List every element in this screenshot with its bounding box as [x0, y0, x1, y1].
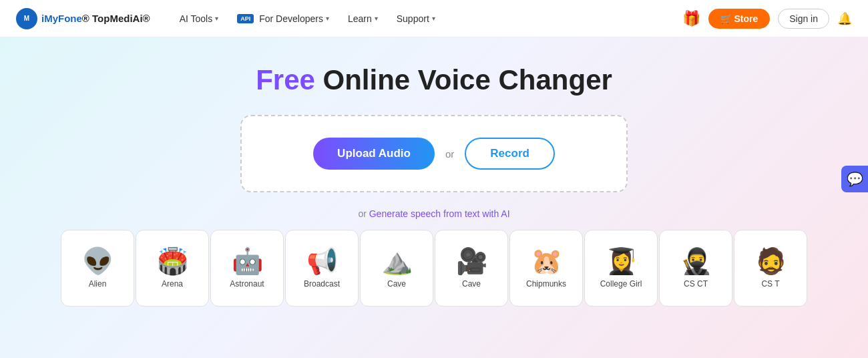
- voice-icon: 🧔: [755, 248, 787, 274]
- upload-box: Upload Audio or Record: [240, 115, 628, 192]
- voice-icon: 🤖: [232, 248, 263, 274]
- voice-icon: ⛰️: [381, 248, 413, 274]
- voice-label: Broadcast: [304, 279, 340, 289]
- chevron-icon: ▾: [326, 15, 329, 22]
- voice-card[interactable]: 🏟️Arena: [136, 230, 209, 307]
- or-label: or: [445, 148, 454, 160]
- voice-card[interactable]: 👽Alien: [61, 230, 134, 307]
- voice-label: College Girl: [600, 279, 642, 289]
- main-nav: AI Tools ▾ API For Developers ▾ Learn ▾ …: [172, 9, 682, 28]
- chevron-icon: ▾: [432, 15, 435, 22]
- header: M iMyFone® TopMediAi® AI Tools ▾ API For…: [0, 0, 868, 37]
- voice-card[interactable]: 📢Broadcast: [285, 230, 359, 307]
- chevron-icon: ▾: [375, 15, 378, 22]
- voice-label: Arena: [162, 279, 183, 289]
- signin-button[interactable]: Sign in: [778, 9, 829, 29]
- gift-icon[interactable]: 🎁: [682, 10, 700, 27]
- voice-label: CS T: [761, 279, 779, 289]
- voice-icon: 👩‍🎓: [606, 248, 637, 274]
- voice-label: CS CT: [684, 279, 708, 289]
- voice-card[interactable]: 🥷CS CT: [659, 230, 732, 307]
- voice-card[interactable]: 🎥Cave: [435, 230, 508, 307]
- chevron-icon: ▾: [215, 15, 218, 22]
- record-button[interactable]: Record: [465, 138, 555, 170]
- upload-audio-button[interactable]: Upload Audio: [313, 138, 435, 170]
- store-button[interactable]: 🛒 Store: [708, 9, 771, 29]
- generate-link-row: or Generate speech from text with AI: [358, 208, 509, 219]
- voice-label: Astronaut: [230, 279, 264, 289]
- generate-speech-link[interactable]: Generate speech from text with AI: [369, 208, 510, 219]
- logo-area[interactable]: M iMyFone® TopMediAi®: [16, 8, 150, 29]
- voice-card[interactable]: 👩‍🎓College Girl: [584, 230, 658, 307]
- voice-card[interactable]: 🧔CS T: [734, 230, 807, 307]
- voice-icon: 🏟️: [157, 248, 188, 274]
- main-content: Free Online Voice Changer Upload Audio o…: [0, 37, 868, 358]
- nav-support[interactable]: Support ▾: [389, 9, 443, 28]
- bell-icon[interactable]: 🔔: [837, 11, 852, 26]
- voice-label: Chipmunks: [526, 279, 566, 289]
- voice-icon: 🥷: [680, 248, 712, 274]
- voice-icon: 🐹: [531, 248, 562, 274]
- logo-text: iMyFone® TopMediAi®: [41, 13, 150, 24]
- voice-icon: 🎥: [456, 248, 487, 274]
- voice-icon: 👽: [82, 248, 114, 274]
- voice-card[interactable]: ⛰️Cave: [360, 230, 433, 307]
- hero-title: Free Online Voice Changer: [256, 64, 612, 96]
- header-right: 🎁 🛒 Store Sign in 🔔: [682, 9, 853, 29]
- nav-ai-tools[interactable]: AI Tools ▾: [172, 9, 227, 28]
- api-badge: API: [237, 14, 254, 23]
- nav-developers[interactable]: API For Developers ▾: [229, 9, 337, 28]
- voice-card[interactable]: 🐹Chipmunks: [509, 230, 583, 307]
- voice-label: Alien: [89, 279, 107, 289]
- voice-icon: 📢: [306, 248, 338, 274]
- discord-button[interactable]: 💬: [841, 166, 868, 192]
- voice-card[interactable]: 🤖Astronaut: [210, 230, 284, 307]
- voice-label: Cave: [462, 279, 481, 289]
- voice-card-row: 👽Alien🏟️Arena🤖Astronaut📢Broadcast⛰️Cave🎥…: [0, 230, 868, 307]
- logo-badge: M: [16, 8, 37, 29]
- action-row: Upload Audio or Record: [313, 138, 555, 170]
- voice-label: Cave: [387, 279, 406, 289]
- nav-learn[interactable]: Learn ▾: [340, 9, 386, 28]
